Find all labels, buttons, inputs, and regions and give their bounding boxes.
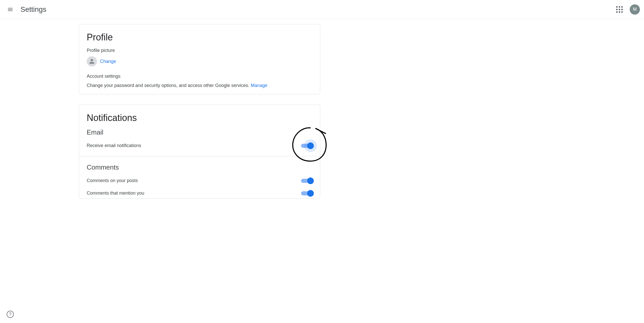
receive-email-label: Receive email notifications	[87, 143, 141, 148]
manage-account-link[interactable]: Manage	[251, 83, 267, 88]
page-title: Settings	[20, 5, 46, 14]
app-header: Settings M	[0, 0, 644, 19]
profile-picture-label: Profile picture	[87, 48, 312, 53]
settings-container: Profile Profile picture Change Account s…	[79, 24, 320, 199]
google-apps-button[interactable]	[613, 3, 626, 16]
hamburger-icon	[7, 6, 13, 13]
main-menu-button[interactable]	[4, 3, 16, 16]
notifications-heading: Notifications	[87, 113, 312, 123]
notifications-card: Notifications Email Receive email notifi…	[79, 105, 320, 199]
receive-email-row: Receive email notifications	[87, 143, 312, 156]
receive-email-toggle[interactable]	[301, 144, 312, 148]
account-settings-description: Change your password and security option…	[87, 82, 312, 89]
account-avatar[interactable]: M	[630, 4, 640, 15]
comments-on-posts-label: Comments on your posts	[87, 178, 138, 183]
comments-on-posts-toggle[interactable]	[301, 179, 312, 183]
profile-heading: Profile	[87, 32, 312, 43]
apps-grid-icon	[616, 6, 623, 13]
comments-mention-toggle[interactable]	[301, 191, 312, 195]
account-settings-text: Change your password and security option…	[87, 83, 251, 88]
comments-subheading: Comments	[87, 163, 312, 171]
comments-on-posts-row: Comments on your posts	[87, 178, 312, 191]
comments-mention-row: Comments that mention you	[87, 191, 312, 198]
person-icon	[88, 58, 95, 65]
profile-picture-placeholder	[87, 56, 97, 66]
change-picture-link[interactable]: Change	[100, 59, 116, 64]
comments-mention-label: Comments that mention you	[87, 191, 144, 196]
account-settings-label: Account settings	[87, 74, 312, 79]
profile-card: Profile Profile picture Change Account s…	[79, 24, 320, 94]
profile-picture-row: Change	[87, 56, 312, 66]
email-subheading: Email	[87, 128, 312, 136]
header-right: M	[613, 3, 640, 16]
header-left: Settings	[4, 3, 46, 16]
